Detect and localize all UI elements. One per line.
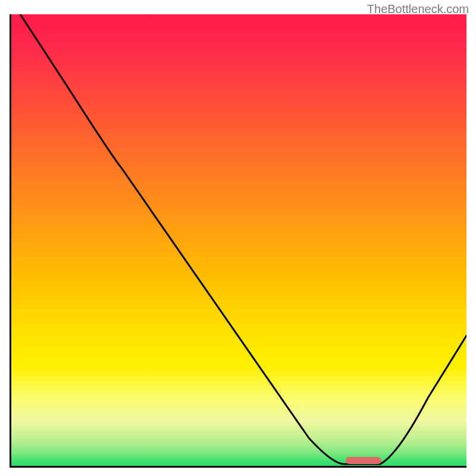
chart-plot-area: [10, 14, 466, 468]
watermark-text: TheBottleneck.com: [367, 2, 469, 16]
chart-curve-svg: [11, 14, 466, 466]
bottleneck-curve-path: [20, 14, 466, 464]
optimal-zone-marker: [346, 457, 381, 464]
